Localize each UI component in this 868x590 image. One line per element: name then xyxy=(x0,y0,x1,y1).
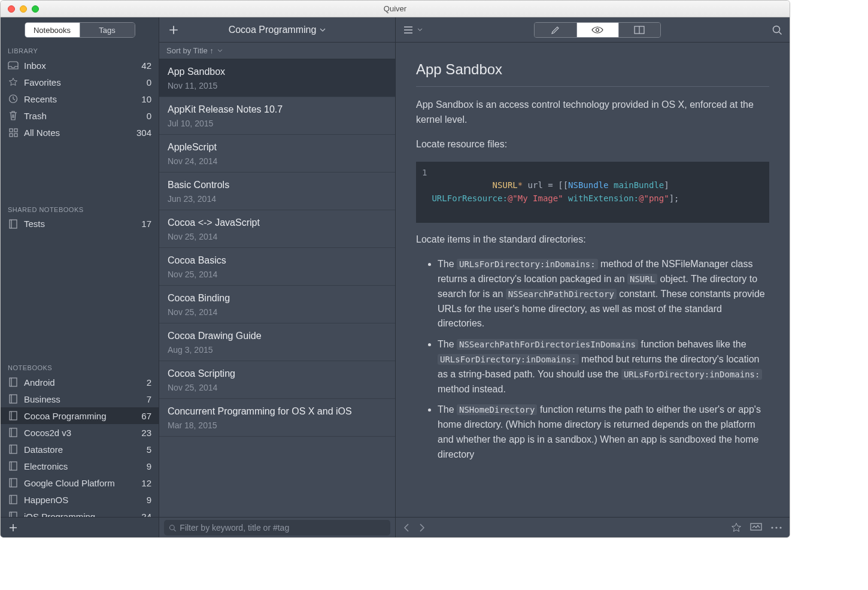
note-item-title: AppKit Release Notes 10.7 xyxy=(168,104,387,115)
eye-icon xyxy=(591,26,603,34)
note-item-date: Nov 25, 2014 xyxy=(168,232,387,241)
sidebar-item-label: Business xyxy=(24,394,60,404)
sidebar-item-count: 9 xyxy=(147,495,151,505)
sidebar-item-count: 9 xyxy=(147,461,151,471)
svg-rect-12 xyxy=(10,479,17,487)
notebook-item-happenos[interactable]: HappenOS9 xyxy=(1,491,159,508)
presentation-button[interactable] xyxy=(750,523,762,532)
sort-dropdown[interactable]: Sort by Title ↑ xyxy=(159,43,395,59)
note-item[interactable]: AppleScriptNov 24, 2014 xyxy=(159,135,395,173)
note-item[interactable]: Cocoa BindingNov 25, 2014 xyxy=(159,286,395,323)
new-note-button[interactable] xyxy=(159,25,188,35)
favorite-button[interactable] xyxy=(731,522,742,533)
section-notebooks: NOTEBOOKS xyxy=(1,358,159,374)
notebook-item-cocos2d-v3[interactable]: Cocos2d v323 xyxy=(1,424,159,441)
new-notebook-button[interactable] xyxy=(7,521,20,534)
note-item[interactable]: Cocoa <-> JavaScriptNov 25, 2014 xyxy=(159,210,395,248)
grid-icon xyxy=(8,127,19,138)
list-item: The NSSearchPathForDirectoriesInDomains … xyxy=(438,337,769,397)
sidebar-item-count: 10 xyxy=(141,94,151,104)
more-button[interactable] xyxy=(770,526,782,530)
note-item[interactable]: Cocoa Drawing GuideAug 3, 2015 xyxy=(159,323,395,361)
chevron-down-icon xyxy=(217,49,223,52)
sidebar-item-count: 0 xyxy=(147,111,151,121)
library-item-all-notes[interactable]: All Notes304 xyxy=(1,124,159,141)
note-item-title: Cocoa Basics xyxy=(168,255,387,266)
list-style-menu[interactable] xyxy=(403,26,423,34)
svg-point-22 xyxy=(596,28,599,31)
svg-point-21 xyxy=(170,525,175,530)
note-item[interactable]: AppKit Release Notes 10.7Jul 10, 2015 xyxy=(159,97,395,135)
notebook-item-android[interactable]: Android2 xyxy=(1,374,159,391)
window-titlebar: Quiver xyxy=(1,1,790,17)
note-list-panel: Cocoa Programming Sort by Title ↑ App Sa… xyxy=(159,17,396,537)
svg-rect-6 xyxy=(10,378,17,386)
view-mode-segmented xyxy=(534,22,661,38)
notebook-item-google-cloud-platform[interactable]: Google Cloud Platform12 xyxy=(1,474,159,491)
sidebar-item-count: 67 xyxy=(141,411,151,421)
note-item-date: Mar 18, 2015 xyxy=(168,420,387,430)
tab-tags[interactable]: Tags xyxy=(80,23,135,37)
note-item[interactable]: Concurrent Programming for OS X and iOSM… xyxy=(159,399,395,437)
notebook-item-cocoa-programming[interactable]: Cocoa Programming67 xyxy=(1,407,159,424)
edit-mode-button[interactable] xyxy=(535,23,576,37)
search-icon xyxy=(169,524,176,532)
note-item-date: Aug 3, 2015 xyxy=(168,345,387,355)
note-title: App Sandbox xyxy=(416,58,769,87)
shared-item-tests[interactable]: Tests17 xyxy=(1,216,159,232)
sidebar-item-label: Cocoa Programming xyxy=(24,411,107,421)
note-item-title: Concurrent Programming for OS X and iOS xyxy=(168,406,387,417)
library-item-trash[interactable]: Trash0 xyxy=(1,107,159,124)
window-title: Quiver xyxy=(1,4,790,13)
clock-icon xyxy=(8,93,19,104)
sidebar-item-label: Android xyxy=(24,377,55,388)
notebook-item-business[interactable]: Business7 xyxy=(1,391,159,407)
notebook-item-ios-programming[interactable]: iOS Programming24 xyxy=(1,508,159,517)
note-item-title: Cocoa <-> JavaScript xyxy=(168,217,387,228)
note-item-date: Jul 10, 2015 xyxy=(168,119,387,128)
note-body: App Sandbox App Sandbox is an access con… xyxy=(396,43,790,517)
sidebar-tabs: Notebooks Tags xyxy=(25,22,135,38)
sidebar-item-count: 17 xyxy=(141,219,151,229)
library-item-recents[interactable]: Recents10 xyxy=(1,90,159,107)
note-item[interactable]: Cocoa BasicsNov 25, 2014 xyxy=(159,248,395,286)
svg-rect-25 xyxy=(751,524,761,530)
section-library: LIBRARY xyxy=(1,41,159,57)
note-item-title: Cocoa Drawing Guide xyxy=(168,331,387,341)
code-block: 1 NSURL* url = [[NSBundle mainBundle] UR… xyxy=(416,162,769,223)
filter-input[interactable] xyxy=(180,523,386,532)
preview-mode-button[interactable] xyxy=(576,23,618,37)
svg-point-26 xyxy=(771,527,773,528)
library-item-favorites[interactable]: Favorites0 xyxy=(1,74,159,90)
nav-forward-button[interactable] xyxy=(418,523,426,532)
split-mode-button[interactable] xyxy=(618,23,660,37)
note-content-panel: App Sandbox App Sandbox is an access con… xyxy=(396,17,790,537)
presentation-icon xyxy=(750,523,762,532)
notebook-item-electronics[interactable]: Electronics9 xyxy=(1,458,159,474)
library-item-inbox[interactable]: Inbox42 xyxy=(1,57,159,74)
notebook-title-label: Cocoa Programming xyxy=(229,25,317,35)
note-item-date: Nov 25, 2014 xyxy=(168,383,387,392)
tab-notebooks[interactable]: Notebooks xyxy=(25,23,80,37)
chevron-left-icon xyxy=(403,523,410,532)
notebook-title-dropdown[interactable]: Cocoa Programming xyxy=(188,25,366,35)
sidebar-item-count: 5 xyxy=(147,444,151,455)
notebook-item-datastore[interactable]: Datastore5 xyxy=(1,441,159,458)
filter-box[interactable] xyxy=(164,520,390,535)
search-button[interactable] xyxy=(772,25,782,35)
note-item-date: Nov 11, 2015 xyxy=(168,81,387,90)
notebook-icon xyxy=(8,444,19,455)
sidebar-item-label: Google Cloud Platform xyxy=(24,478,115,488)
note-item[interactable]: Cocoa ScriptingNov 25, 2014 xyxy=(159,361,395,399)
list-item: The NSHomeDirectory function returns the… xyxy=(438,403,769,462)
note-item[interactable]: Basic ControlsJun 23, 2014 xyxy=(159,173,395,210)
note-item[interactable]: App SandboxNov 11, 2015 xyxy=(159,59,395,97)
notebook-icon xyxy=(8,461,19,471)
sidebar-item-label: iOS Programming xyxy=(24,512,95,517)
nav-back-button[interactable] xyxy=(403,523,410,532)
section-shared: SHARED NOTEBOOKS xyxy=(1,200,159,216)
sidebar-item-label: Datastore xyxy=(24,444,63,455)
pencil-icon xyxy=(551,25,560,35)
star-icon xyxy=(8,77,19,87)
sidebar-item-count: 24 xyxy=(141,512,151,517)
